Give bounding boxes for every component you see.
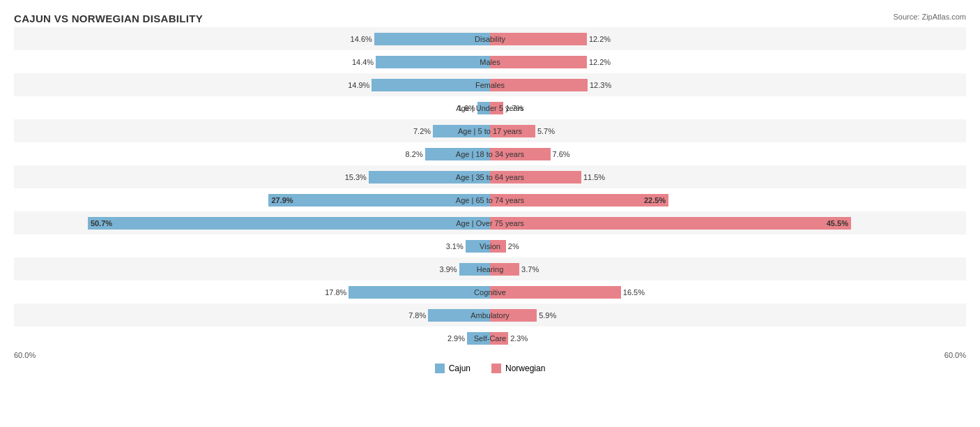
- cajun-value: 2.9%: [447, 334, 465, 343]
- bar-row: 3.9%3.7%Hearing: [14, 257, 966, 280]
- norwegian-value: 22.5%: [644, 196, 666, 204]
- norwegian-bar: 16.5%: [490, 286, 621, 299]
- norwegian-legend-box: [491, 364, 501, 373]
- norwegian-bar: 2%: [490, 240, 506, 253]
- cajun-value: 14.4%: [352, 58, 374, 66]
- bar-row: 14.9%12.3%Females: [14, 73, 966, 96]
- axis-left: 60.0%: [14, 351, 36, 359]
- cajun-value: 1.6%: [458, 104, 475, 112]
- norwegian-value: 45.5%: [827, 219, 848, 227]
- axis-right: 60.0%: [944, 351, 966, 359]
- norwegian-bar: 7.6%: [490, 148, 551, 160]
- cajun-bar: 14.9%: [372, 79, 490, 91]
- bar-row: 3.1%2%Vision: [14, 234, 966, 257]
- bar-row: 15.3%11.5%Age | 35 to 64 years: [14, 165, 966, 188]
- cajun-bar: 3.9%: [459, 263, 490, 276]
- legend-cajun: Cajun: [435, 364, 470, 373]
- cajun-bar: 7.2%: [433, 125, 490, 137]
- cajun-value: 17.8%: [325, 288, 346, 297]
- bar-row: 14.4%12.2%Males: [14, 50, 966, 73]
- cajun-bar: 14.6%: [374, 33, 490, 45]
- legend-norwegian: Norwegian: [491, 364, 545, 373]
- norwegian-bar: 12.3%: [490, 79, 588, 91]
- cajun-bar: 2.9%: [467, 332, 490, 345]
- norwegian-value: 5.9%: [539, 311, 556, 320]
- cajun-value: 14.9%: [348, 81, 369, 89]
- cajun-bar: 27.9%: [268, 194, 490, 207]
- norwegian-value: 12.2%: [589, 35, 611, 43]
- cajun-legend-box: [435, 364, 445, 373]
- norwegian-bar: 12.2%: [490, 33, 587, 45]
- norwegian-bar: 1.7%: [490, 102, 503, 114]
- norwegian-bar: 12.2%: [490, 56, 587, 68]
- norwegian-value: 3.7%: [521, 265, 539, 274]
- cajun-bar: 7.8%: [428, 309, 490, 322]
- norwegian-value: 5.7%: [537, 127, 555, 135]
- cajun-bar: 3.1%: [466, 240, 490, 253]
- bar-row: 8.2%7.6%Age | 18 to 34 years: [14, 142, 966, 165]
- bar-row: 7.8%5.9%Ambulatory: [14, 304, 966, 327]
- bar-row: 14.6%12.2%Disability: [14, 27, 966, 50]
- cajun-bar: 15.3%: [369, 171, 490, 183]
- cajun-bar: 17.8%: [349, 286, 490, 299]
- cajun-value: 27.9%: [271, 196, 293, 204]
- bar-row: 1.6%1.7%Age | Under 5 years: [14, 96, 966, 119]
- axis-labels: 60.0% 60.0%: [14, 350, 966, 361]
- bar-row: 2.9%2.3%Self-Care: [14, 327, 966, 350]
- norwegian-bar: 5.9%: [490, 309, 537, 322]
- cajun-legend-label: Cajun: [449, 364, 470, 373]
- norwegian-bar: 5.7%: [490, 125, 535, 137]
- chart-container: CAJUN VS NORWEGIAN DISABILITY Source: Zi…: [0, 0, 980, 427]
- cajun-bar: 8.2%: [425, 148, 490, 160]
- source-label: Source: ZipAtlas.com: [893, 13, 966, 21]
- norwegian-bar: 45.5%: [490, 217, 851, 230]
- chart-title: CAJUN VS NORWEGIAN DISABILITY: [14, 13, 966, 24]
- cajun-value: 3.1%: [446, 242, 464, 250]
- cajun-value: 50.7%: [91, 219, 112, 227]
- norwegian-value: 7.6%: [553, 150, 570, 158]
- cajun-value: 14.6%: [351, 35, 372, 43]
- cajun-value: 7.8%: [408, 311, 426, 320]
- chart-body: 14.6%12.2%Disability14.4%12.2%Males14.9%…: [14, 27, 966, 350]
- cajun-bar: 14.4%: [376, 56, 490, 68]
- norwegian-value: 2%: [508, 242, 519, 250]
- bar-row: 50.7%45.5%Age | Over 75 years: [14, 211, 966, 234]
- bar-row: 7.2%5.7%Age | 5 to 17 years: [14, 119, 966, 142]
- cajun-bar: 1.6%: [477, 102, 490, 114]
- norwegian-value: 16.5%: [623, 288, 645, 297]
- norwegian-value: 2.3%: [510, 334, 528, 343]
- norwegian-bar: 2.3%: [490, 332, 508, 345]
- norwegian-value: 1.7%: [505, 104, 523, 112]
- norwegian-value: 11.5%: [583, 173, 605, 181]
- bar-row: 17.8%16.5%Cognitive: [14, 280, 966, 304]
- bar-row: 27.9%22.5%Age | 65 to 74 years: [14, 188, 966, 211]
- legend: Cajun Norwegian: [14, 364, 966, 373]
- norwegian-bar: 11.5%: [490, 171, 581, 183]
- norwegian-bar: 3.7%: [490, 263, 519, 276]
- cajun-value: 3.9%: [440, 265, 457, 274]
- norwegian-bar: 22.5%: [490, 194, 668, 207]
- norwegian-value: 12.2%: [589, 58, 611, 66]
- cajun-value: 8.2%: [406, 150, 423, 158]
- cajun-value: 7.2%: [413, 127, 431, 135]
- norwegian-value: 12.3%: [590, 81, 611, 89]
- norwegian-legend-label: Norwegian: [505, 364, 545, 373]
- cajun-value: 15.3%: [345, 173, 367, 181]
- cajun-bar: 50.7%: [88, 217, 490, 230]
